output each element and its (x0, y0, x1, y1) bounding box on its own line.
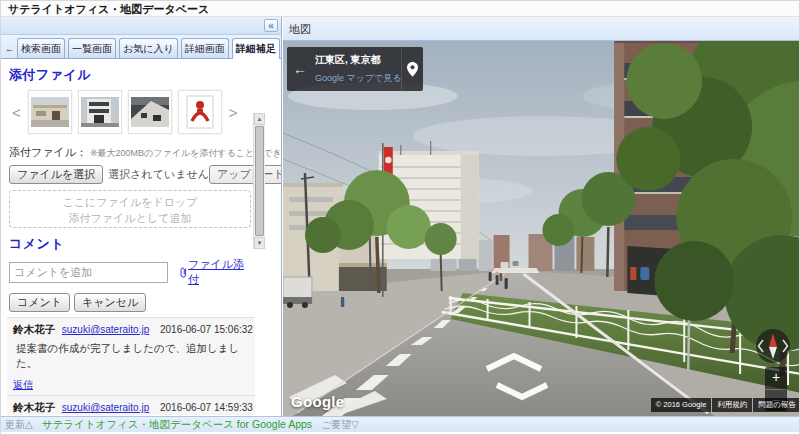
chevron-down-icon[interactable] (497, 385, 547, 397)
map-pin-icon (401, 47, 423, 91)
zoom-in-button[interactable]: + (765, 367, 787, 389)
chevron-up-icon[interactable] (487, 356, 541, 369)
choose-file-button[interactable]: ファイルを選択 (9, 165, 103, 184)
comment-input-row: ファイル添付 (9, 257, 251, 287)
collapse-panel-icon[interactable]: « (264, 19, 278, 32)
open-google-maps-link[interactable]: Google マップで見る (315, 72, 399, 85)
panel-content: 添付ファイル < (1, 59, 281, 415)
left-panel: « ← 検索画面 一覧画面 お気に入り 詳細画面 詳細補足 → 添付ファイル < (1, 17, 282, 416)
window-title: サテライトオフィス・地図データベース (1, 1, 800, 17)
footer-update-toggle[interactable]: 更新△ (5, 418, 33, 432)
comment-author: 鈴木花子 (13, 323, 55, 335)
map-header-label: 地図 (283, 17, 800, 41)
address-card: ← 江東区, 東京都 Google マップで見る (287, 47, 423, 91)
copyright-bar: © 2016 Google 利用規約 問題の報告 (651, 398, 800, 412)
attachments-heading: 添付ファイル (9, 66, 251, 84)
google-logo: Google (291, 393, 344, 410)
tab-search[interactable]: 検索画面 (17, 38, 65, 58)
scroll-up-icon[interactable]: ▲ (254, 113, 265, 125)
address-title: 江東区, 東京都 (315, 53, 399, 67)
dropzone-line1: ここにファイルをドロップ (10, 194, 250, 210)
address-text: 江東区, 東京都 Google マップで見る (313, 47, 401, 91)
comment-header: 鈴木花子 suzuki@sateraito.jp 2016-06-07 14:5… (13, 401, 249, 415)
no-file-selected-text: 選択されていません (108, 167, 209, 182)
building-photo-2 (81, 97, 119, 127)
building-photo-1 (31, 97, 69, 127)
carousel-next-icon[interactable]: > (228, 104, 239, 121)
footer-request-toggle[interactable]: ご要望▽ (321, 418, 359, 432)
tab-list[interactable]: 一覧画面 (68, 38, 116, 58)
building-photo-3 (131, 97, 169, 127)
tab-detail[interactable]: 詳細画面 (181, 38, 229, 58)
attachment-field-row: 添付ファイル：※最大200MBのファイルを添付することができます (9, 142, 251, 160)
comment-email-link[interactable]: suzuki@sateraito.jp (62, 324, 149, 335)
compass-icon[interactable] (753, 326, 793, 366)
street-view-navigation (481, 347, 551, 403)
attachment-thumbnail-photo-3[interactable] (128, 90, 172, 134)
comment-attach-link[interactable]: ファイル添付 (179, 257, 251, 287)
back-arrow-icon[interactable]: ← (287, 47, 313, 91)
comment-item: 鈴木花子 suzuki@sateraito.jp 2016-06-07 15:0… (7, 317, 255, 395)
file-dropzone[interactable]: ここにファイルをドロップ 添付ファイルとして追加 (9, 190, 251, 228)
comment-item: 鈴木花子 suzuki@sateraito.jp 2016-06-07 14:5… (7, 395, 255, 415)
pdf-file-icon (185, 95, 215, 129)
comment-attach-label: ファイル添付 (188, 257, 251, 287)
tabs-prev-icon[interactable]: ← (2, 40, 17, 58)
file-select-row: ファイルを選択 選択されていません アップロード (9, 165, 251, 184)
paperclip-icon (179, 266, 187, 279)
tab-bar: ← 検索画面 一覧画面 お気に入り 詳細画面 詳細補足 → (1, 35, 281, 59)
comment-header: 鈴木花子 suzuki@sateraito.jp 2016-06-07 15:0… (13, 323, 249, 337)
comment-submit-button[interactable]: コメント (9, 293, 70, 312)
comment-body: 提案書の作成が完了しましたので、追加しました。 (16, 341, 249, 371)
tab-favorites[interactable]: お気に入り (119, 38, 178, 58)
attachment-thumbnail-photo-2[interactable] (78, 90, 122, 134)
comments-heading: コメント (9, 235, 251, 253)
dropzone-line2: 添付ファイルとして追加 (10, 210, 250, 226)
comment-timestamp: 2016-06-07 14:59:33 (160, 402, 253, 413)
attachment-thumbnail-photo-1[interactable] (28, 90, 72, 134)
carousel-prev-icon[interactable]: < (11, 104, 22, 121)
attachment-thumbnail-pdf[interactable] (178, 90, 222, 134)
map-panel: 地図 (283, 17, 800, 416)
report-problem-link[interactable]: 問題の報告 (753, 398, 800, 412)
upload-button[interactable]: アップロード (209, 165, 281, 184)
comment-reply-link[interactable]: 返信 (13, 379, 33, 390)
street-view-viewport: ← 江東区, 東京都 Google マップで見る (283, 41, 800, 416)
comment-author: 鈴木花子 (13, 401, 55, 413)
footer-bar: 更新△ サテライトオフィス・地図データベース for Google Apps ご… (1, 416, 800, 432)
copyright-text: © 2016 Google (651, 398, 712, 412)
comment-input[interactable] (9, 262, 168, 283)
panel-subheader: « (1, 17, 281, 35)
attachment-carousel: < (11, 90, 251, 134)
scroll-down-icon[interactable]: ▼ (254, 237, 265, 249)
attachment-field-label: 添付ファイル： (9, 146, 87, 158)
tab-detail-supplement[interactable]: 詳細補足 (232, 38, 280, 59)
terms-link[interactable]: 利用規約 (712, 398, 752, 412)
footer-app-title: サテライトオフィス・地図データベース for Google Apps (42, 418, 312, 432)
attachments-scrollbar[interactable]: ▲ ▼ (253, 113, 265, 249)
app-window: サテライトオフィス・地図データベース « ← 検索画面 一覧画面 お気に入り 詳… (0, 0, 800, 435)
scrollbar-thumb[interactable] (255, 126, 264, 236)
comment-cancel-button[interactable]: キャンセル (74, 293, 146, 312)
comment-button-row: コメント キャンセル (9, 293, 251, 312)
comment-email-link[interactable]: suzuki@sateraito.jp (62, 402, 149, 413)
comment-timestamp: 2016-06-07 15:06:32 (160, 324, 253, 335)
